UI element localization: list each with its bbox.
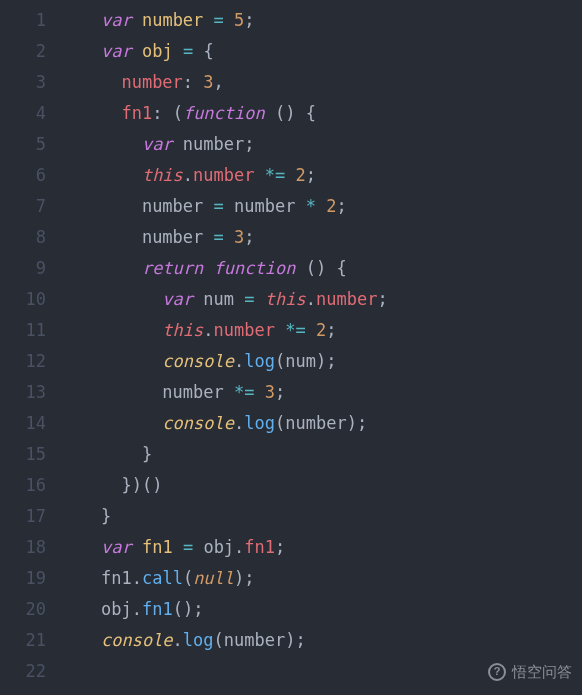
line-number: 15 <box>10 439 46 470</box>
watermark-icon: ? <box>488 663 506 681</box>
number-literal: 3 <box>234 227 244 247</box>
method-log: log <box>244 351 275 371</box>
keyword-var: var <box>162 289 193 309</box>
number-literal: 2 <box>316 320 326 340</box>
number-literal: 3 <box>203 72 213 92</box>
line-number: 1 <box>10 5 46 36</box>
code-line[interactable]: var number; <box>60 129 582 160</box>
code-editor[interactable]: 1 2 3 4 5 6 7 8 9 10 11 12 13 14 15 16 1… <box>0 0 582 695</box>
property: number <box>316 289 377 309</box>
line-number: 8 <box>10 222 46 253</box>
code-line[interactable]: fn1.call(null); <box>60 563 582 594</box>
keyword-var: var <box>142 134 173 154</box>
keyword-this: this <box>142 165 183 185</box>
console-object: console <box>101 630 173 650</box>
identifier: number <box>142 10 203 30</box>
number-literal: 2 <box>326 196 336 216</box>
property: fn1 <box>244 537 275 557</box>
line-number: 9 <box>10 253 46 284</box>
keyword-function: function <box>214 258 296 278</box>
number-literal: 5 <box>234 10 244 30</box>
identifier: obj <box>142 41 173 61</box>
code-line[interactable]: console.log(num); <box>60 346 582 377</box>
line-number: 16 <box>10 470 46 501</box>
code-line[interactable]: this.number *= 2; <box>60 160 582 191</box>
line-number: 10 <box>10 284 46 315</box>
method-log: log <box>244 413 275 433</box>
line-number: 14 <box>10 408 46 439</box>
line-number-gutter: 1 2 3 4 5 6 7 8 9 10 11 12 13 14 15 16 1… <box>0 0 60 695</box>
identifier: fn1 <box>142 537 173 557</box>
identifier: num <box>285 351 316 371</box>
code-line[interactable]: fn1: (function () { <box>60 98 582 129</box>
line-number: 21 <box>10 625 46 656</box>
number-literal: 3 <box>265 382 275 402</box>
identifier: number <box>234 196 295 216</box>
code-line[interactable]: number: 3, <box>60 67 582 98</box>
code-line[interactable]: number = 3; <box>60 222 582 253</box>
identifier: number <box>224 630 285 650</box>
identifier: obj <box>203 537 234 557</box>
identifier: number <box>162 382 223 402</box>
line-number: 19 <box>10 563 46 594</box>
code-line[interactable]: } <box>60 439 582 470</box>
code-line[interactable]: })() <box>60 470 582 501</box>
watermark-text: 悟空问答 <box>512 656 572 687</box>
keyword-function: function <box>183 103 265 123</box>
console-object: console <box>162 413 234 433</box>
identifier: fn1 <box>101 568 132 588</box>
property: number <box>214 320 275 340</box>
line-number: 4 <box>10 98 46 129</box>
line-number: 18 <box>10 532 46 563</box>
line-number: 20 <box>10 594 46 625</box>
keyword-this: this <box>265 289 306 309</box>
keyword-var: var <box>101 10 132 30</box>
null-literal: null <box>193 568 234 588</box>
identifier: number <box>142 227 203 247</box>
property: number <box>193 165 254 185</box>
line-number: 11 <box>10 315 46 346</box>
keyword-var: var <box>101 537 132 557</box>
identifier: number <box>142 196 203 216</box>
code-line[interactable]: obj.fn1(); <box>60 594 582 625</box>
property: fn1 <box>121 103 152 123</box>
line-number: 22 <box>10 656 46 687</box>
line-number: 13 <box>10 377 46 408</box>
console-object: console <box>162 351 234 371</box>
line-number: 3 <box>10 67 46 98</box>
line-number: 12 <box>10 346 46 377</box>
line-number: 2 <box>10 36 46 67</box>
identifier: obj <box>101 599 132 619</box>
watermark: ? 悟空问答 <box>488 656 572 687</box>
property: number <box>121 72 182 92</box>
code-line[interactable]: } <box>60 501 582 532</box>
code-line[interactable]: var fn1 = obj.fn1; <box>60 532 582 563</box>
code-line[interactable]: number *= 3; <box>60 377 582 408</box>
code-line[interactable]: var obj = { <box>60 36 582 67</box>
code-content[interactable]: var number = 5; var obj = { number: 3, f… <box>60 0 582 695</box>
method-call: call <box>142 568 183 588</box>
line-number: 7 <box>10 191 46 222</box>
code-line[interactable]: console.log(number); <box>60 625 582 656</box>
method-log: log <box>183 630 214 650</box>
keyword-this: this <box>162 320 203 340</box>
code-line[interactable]: console.log(number); <box>60 408 582 439</box>
code-line[interactable]: number = number * 2; <box>60 191 582 222</box>
number-literal: 2 <box>296 165 306 185</box>
keyword-var: var <box>101 41 132 61</box>
identifier: number <box>285 413 346 433</box>
code-line[interactable]: this.number *= 2; <box>60 315 582 346</box>
code-line[interactable]: var number = 5; <box>60 5 582 36</box>
keyword-return: return <box>142 258 203 278</box>
method: fn1 <box>142 599 173 619</box>
line-number: 5 <box>10 129 46 160</box>
code-line[interactable]: var num = this.number; <box>60 284 582 315</box>
line-number: 17 <box>10 501 46 532</box>
identifier: num <box>203 289 234 309</box>
line-number: 6 <box>10 160 46 191</box>
code-line[interactable]: return function () { <box>60 253 582 284</box>
identifier: number <box>183 134 244 154</box>
